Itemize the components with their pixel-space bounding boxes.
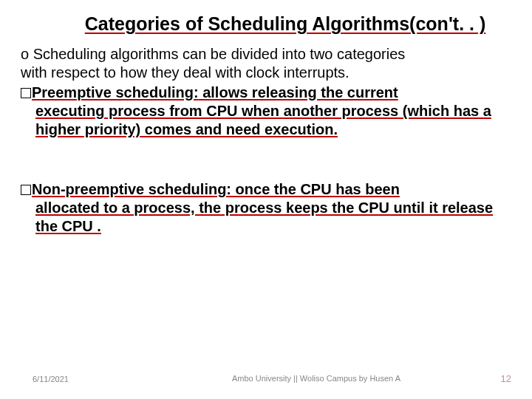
intro-paragraph: o Scheduling algorithms can be divided i… [21, 45, 511, 82]
intro-text-1: Scheduling algorithms can be divided int… [33, 46, 406, 62]
nonpreemptive-hd: Non-preemptive scheduling: [32, 181, 231, 197]
body-content: o Scheduling algorithms can be divided i… [21, 45, 511, 236]
bullet-marker: o [21, 46, 33, 62]
preemptive-section: Preemptive scheduling: allows releasing … [21, 83, 511, 139]
footer-center: Ambo University || Woliso Campus by Huse… [166, 374, 467, 383]
nonpreemptive-section: Non-preemptive scheduling: once the CPU … [21, 180, 511, 236]
page-title: Categories of Scheduling Algorithms(con'… [59, 13, 511, 35]
footer-date: 6/11/2021 [33, 375, 166, 383]
preemptive-rest: executing process from CPU when another … [21, 102, 511, 139]
preemptive-hd: Preemptive scheduling: [32, 84, 199, 100]
preemptive-continue: allows releasing the current [199, 84, 398, 100]
square-bullet-icon [21, 185, 31, 195]
nonpreemptive-continue: once the CPU has been [231, 181, 400, 197]
footer-page-number: 12 [467, 373, 511, 384]
slide-footer: 6/11/2021 Ambo University || Woliso Camp… [0, 373, 532, 384]
square-bullet-icon [21, 88, 31, 98]
nonpreemptive-rest: allocated to a process, the process keep… [21, 199, 511, 236]
slide: Categories of Scheduling Algorithms(con'… [0, 0, 532, 399]
intro-text-2: with respect to how they deal with clock… [21, 64, 349, 81]
